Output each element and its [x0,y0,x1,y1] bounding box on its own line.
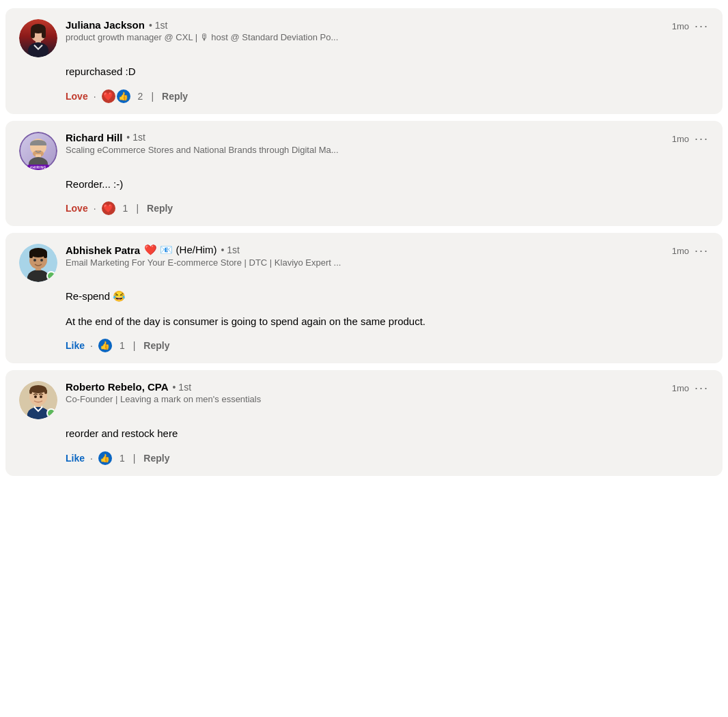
comment-header-1: Juliana Jackson • 1st product growth man… [19,19,709,57]
degree-roberto: • 1st [173,382,191,393]
online-indicator-abhishek [46,271,56,281]
comment-actions-4: Like · 👍 1 | Reply [19,451,709,465]
user-name-roberto[interactable]: Roberto Rebelo, CPA [66,381,169,393]
reaction-count-1: 2 [138,91,143,102]
comment-actions-3: Like · 👍 1 | Reply [19,339,709,352]
like-icon-4: 👍 [98,451,112,465]
time-ago-3: 1mo [672,246,689,256]
comment-actions-2: Love · ❤️ 1 | Reply [19,201,709,215]
headline-abhishek: Email Marketing For Your E-commerce Stor… [66,257,341,268]
dot-3: · [90,340,93,351]
headline-roberto: Co-Founder | Leaving a mark on men's ess… [66,394,261,404]
hiring-badge-richard: #HIRING [27,165,49,170]
time-ago-2: 1mo [672,134,689,144]
reaction-icons-4: 👍 [98,451,112,465]
reply-button-2[interactable]: Reply [147,203,173,214]
degree-juliana: • 1st [149,20,167,31]
reaction-count-3: 1 [120,340,125,351]
comment-header-3: Abhishek Patra ❤️ 📧 (He/Him) • 1st Email… [19,244,709,282]
meta-right-1: 1mo ··· [672,19,709,33]
comment-body-4: reorder and restock here [19,426,709,442]
dot-2: · [94,203,96,214]
comment-body-3: Re-spend 😂 At the end of the day is cons… [19,289,709,329]
comment-body-2: Reorder... :-) [19,177,709,193]
avatar-roberto[interactable] [19,381,57,419]
love-icon-2: ❤️ [102,201,115,215]
svg-rect-16 [44,253,47,258]
reaction-count-4: 1 [120,453,125,464]
like-icon-3: 👍 [98,339,112,352]
love-icon-1: ❤️ [102,89,115,103]
more-options-3[interactable]: ··· [695,244,709,258]
user-name-row-juliana: Juliana Jackson • 1st [66,19,338,31]
dot-1: · [94,91,96,102]
user-info-juliana: Juliana Jackson • 1st product growth man… [66,19,338,42]
degree-richard: • 1st [126,132,145,143]
name-suffix-abhishek: ❤️ 📧 (He/Him) [144,244,216,256]
avatar-juliana[interactable] [19,19,57,57]
svg-rect-15 [29,253,33,258]
reply-button-3[interactable]: Reply [143,340,169,351]
svg-point-17 [33,259,36,262]
comment-header-left-2: #HIRING Richard Hill • 1st Scaling eComm… [19,132,339,170]
user-info-richard: Richard Hill • 1st Scaling eCommerce Sto… [66,132,339,155]
svg-rect-3 [42,29,46,38]
like-action-4[interactable]: Like [66,453,85,464]
reply-button-4[interactable]: Reply [143,453,169,464]
reaction-icons-3: 👍 [98,339,112,352]
avatar-richard[interactable]: #HIRING [19,132,57,170]
comment-actions-1: Love · ❤️ 👍 2 | Reply [19,89,709,103]
comment-header-left-1: Juliana Jackson • 1st product growth man… [19,19,338,57]
headline-juliana: product growth manager @ CXL | 🎙 host @ … [66,32,338,42]
user-name-richard[interactable]: Richard Hill [66,132,122,143]
time-ago-4: 1mo [672,383,689,393]
svg-point-27 [34,395,37,398]
comment-body-1: repurchased :D [19,64,709,80]
comment-body-3-line2: At the end of the day is consumer is goi… [66,314,709,330]
user-name-juliana[interactable]: Juliana Jackson [66,19,145,31]
comment-body-3-line1: Re-spend 😂 [66,289,709,305]
svg-point-28 [40,395,42,398]
user-name-row-roberto: Roberto Rebelo, CPA • 1st [66,381,261,393]
reaction-count-2: 1 [123,203,128,214]
separator-1: | [151,91,154,102]
comment-card-4: Roberto Rebelo, CPA • 1st Co-Founder | L… [5,370,723,476]
user-info-roberto: Roberto Rebelo, CPA • 1st Co-Founder | L… [66,381,261,404]
love-action-2[interactable]: Love [66,203,88,214]
headline-richard: Scaling eCommerce Stores and National Br… [66,145,339,155]
user-info-abhishek: Abhishek Patra ❤️ 📧 (He/Him) • 1st Email… [66,244,341,268]
meta-right-2: 1mo ··· [672,132,709,146]
reply-button-1[interactable]: Reply [162,91,188,102]
comment-header-2: #HIRING Richard Hill • 1st Scaling eComm… [19,132,709,170]
user-name-row-abhishek: Abhishek Patra ❤️ 📧 (He/Him) • 1st [66,244,341,256]
time-ago-1: 1mo [672,21,689,31]
svg-rect-2 [31,29,35,38]
online-indicator-roberto [46,408,56,418]
comment-header-left-4: Roberto Rebelo, CPA • 1st Co-Founder | L… [19,381,261,419]
more-options-4[interactable]: ··· [695,381,709,395]
svg-rect-25 [29,389,32,394]
love-action-1[interactable]: Love [66,91,88,102]
reaction-icons-2: ❤️ [102,201,115,215]
like-icon-1: 👍 [117,89,130,103]
like-action-3[interactable]: Like [66,340,85,351]
user-name-row-richard: Richard Hill • 1st [66,132,339,143]
svg-point-18 [40,259,43,262]
svg-rect-26 [44,389,47,394]
comment-card-1: Juliana Jackson • 1st product growth man… [5,8,723,114]
comment-card-3: Abhishek Patra ❤️ 📧 (He/Him) • 1st Email… [5,233,723,363]
avatar-abhishek[interactable] [19,244,57,282]
separator-3: | [133,340,136,351]
user-name-abhishek[interactable]: Abhishek Patra [66,244,140,256]
comment-card-2: #HIRING Richard Hill • 1st Scaling eComm… [5,121,723,227]
separator-4: | [133,453,136,464]
degree-abhishek: • 1st [221,244,240,255]
meta-right-4: 1mo ··· [672,381,709,395]
more-options-2[interactable]: ··· [695,132,709,146]
more-options-1[interactable]: ··· [695,19,709,33]
reaction-icons-1: ❤️ 👍 [102,89,130,103]
svg-point-24 [30,385,46,393]
comment-header-left-3: Abhishek Patra ❤️ 📧 (He/Him) • 1st Email… [19,244,341,282]
separator-2: | [136,203,139,214]
comment-header-4: Roberto Rebelo, CPA • 1st Co-Founder | L… [19,381,709,419]
